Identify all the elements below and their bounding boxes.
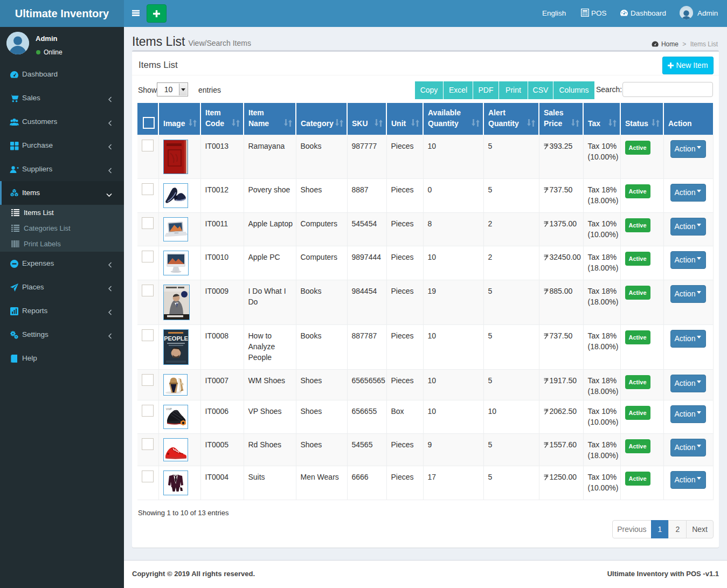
svg-text:PEOPLE: PEOPLE	[164, 335, 188, 342]
svg-text:VVP: VVP	[166, 407, 172, 411]
